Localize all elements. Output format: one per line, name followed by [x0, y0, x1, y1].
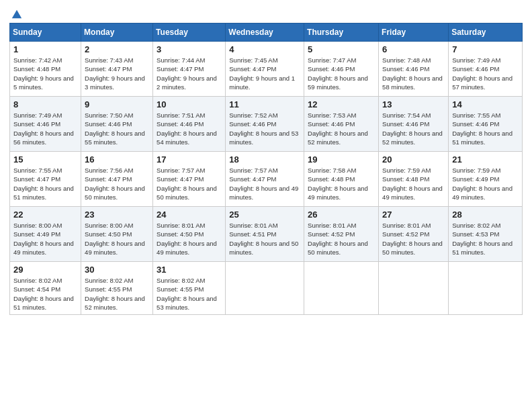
weekday-header-thursday: Thursday	[304, 24, 379, 42]
daylight-label: Daylight: 8 hours and 52 minutes.	[382, 130, 443, 146]
day-number: 2	[85, 44, 149, 54]
sunset-label: Sunset: 4:46 PM	[157, 120, 204, 128]
day-info: Sunrise: 7:59 AM Sunset: 4:49 PM Dayligh…	[452, 166, 519, 201]
sunrise-label: Sunrise: 7:58 AM	[308, 167, 356, 174]
header	[9, 8, 523, 17]
sunrise-label: Sunrise: 8:00 AM	[13, 222, 62, 229]
day-info: Sunrise: 8:02 AM Sunset: 4:55 PM Dayligh…	[85, 276, 149, 312]
daylight-label: Daylight: 8 hours and 52 minutes.	[85, 295, 145, 311]
daylight-label: Daylight: 8 hours and 50 minutes.	[85, 185, 145, 201]
day-info: Sunrise: 8:01 AM Sunset: 4:52 PM Dayligh…	[308, 221, 375, 257]
sunrise-label: Sunrise: 7:48 AM	[382, 56, 431, 64]
day-info: Sunrise: 7:53 AM Sunset: 4:46 PM Dayligh…	[308, 111, 375, 146]
calendar-cell: 1 Sunrise: 7:42 AM Sunset: 4:48 PM Dayli…	[10, 42, 81, 97]
day-info: Sunrise: 7:42 AM Sunset: 4:48 PM Dayligh…	[13, 56, 77, 91]
sunrise-label: Sunrise: 7:49 AM	[452, 56, 500, 64]
sunset-label: Sunset: 4:52 PM	[382, 230, 429, 238]
sunset-label: Sunset: 4:46 PM	[85, 120, 132, 128]
sunrise-label: Sunrise: 7:50 AM	[85, 111, 133, 119]
calendar-cell: 6 Sunrise: 7:48 AM Sunset: 4:46 PM Dayli…	[379, 42, 449, 97]
day-number: 17	[157, 154, 222, 165]
sunset-label: Sunset: 4:47 PM	[13, 175, 60, 183]
sunrise-label: Sunrise: 8:02 AM	[13, 277, 62, 284]
sunset-label: Sunset: 4:47 PM	[85, 175, 132, 183]
day-info: Sunrise: 7:45 AM Sunset: 4:47 PM Dayligh…	[229, 56, 300, 91]
calendar-cell	[226, 262, 304, 315]
calendar-week-row: 8 Sunrise: 7:49 AM Sunset: 4:46 PM Dayli…	[10, 97, 523, 152]
calendar-cell: 18 Sunrise: 7:57 AM Sunset: 4:47 PM Dayl…	[226, 152, 304, 207]
calendar-cell: 25 Sunrise: 8:01 AM Sunset: 4:51 PM Dayl…	[226, 207, 304, 262]
daylight-label: Daylight: 8 hours and 50 minutes.	[157, 185, 217, 201]
day-info: Sunrise: 8:01 AM Sunset: 4:51 PM Dayligh…	[229, 221, 300, 257]
calendar-cell	[449, 262, 523, 315]
sunset-label: Sunset: 4:48 PM	[13, 65, 60, 73]
sunset-label: Sunset: 4:46 PM	[452, 120, 499, 128]
calendar-cell: 27 Sunrise: 8:01 AM Sunset: 4:52 PM Dayl…	[379, 207, 449, 262]
calendar-cell: 19 Sunrise: 7:58 AM Sunset: 4:48 PM Dayl…	[304, 152, 379, 207]
sunrise-label: Sunrise: 7:56 AM	[85, 167, 133, 174]
day-info: Sunrise: 8:00 AM Sunset: 4:49 PM Dayligh…	[13, 221, 77, 257]
day-number: 14	[452, 99, 519, 109]
sunrise-label: Sunrise: 7:45 AM	[229, 56, 277, 64]
calendar-cell: 28 Sunrise: 8:02 AM Sunset: 4:53 PM Dayl…	[449, 207, 523, 262]
calendar-header-row: SundayMondayTuesdayWednesdayThursdayFrid…	[10, 24, 523, 42]
day-info: Sunrise: 8:01 AM Sunset: 4:50 PM Dayligh…	[157, 221, 222, 257]
sunrise-label: Sunrise: 7:57 AM	[229, 167, 277, 174]
calendar-body: 1 Sunrise: 7:42 AM Sunset: 4:48 PM Dayli…	[10, 42, 523, 315]
day-info: Sunrise: 7:52 AM Sunset: 4:46 PM Dayligh…	[229, 111, 300, 146]
sunrise-label: Sunrise: 7:52 AM	[229, 111, 277, 119]
calendar-cell: 4 Sunrise: 7:45 AM Sunset: 4:47 PM Dayli…	[226, 42, 304, 97]
day-info: Sunrise: 8:02 AM Sunset: 4:54 PM Dayligh…	[13, 276, 77, 312]
calendar-cell: 31 Sunrise: 8:02 AM Sunset: 4:55 PM Dayl…	[153, 262, 226, 315]
sunset-label: Sunset: 4:50 PM	[85, 230, 132, 238]
day-info: Sunrise: 7:51 AM Sunset: 4:46 PM Dayligh…	[157, 111, 222, 146]
sunset-label: Sunset: 4:53 PM	[452, 230, 499, 238]
daylight-label: Daylight: 8 hours and 49 minutes.	[13, 240, 74, 256]
day-number: 8	[13, 99, 77, 109]
sunrise-label: Sunrise: 7:53 AM	[308, 111, 356, 119]
sunset-label: Sunset: 4:48 PM	[382, 175, 429, 183]
day-number: 13	[382, 99, 445, 109]
sunset-label: Sunset: 4:54 PM	[13, 285, 60, 293]
sunrise-label: Sunrise: 7:59 AM	[452, 167, 500, 174]
day-info: Sunrise: 7:55 AM Sunset: 4:46 PM Dayligh…	[452, 111, 519, 146]
day-info: Sunrise: 7:44 AM Sunset: 4:47 PM Dayligh…	[157, 56, 222, 91]
day-info: Sunrise: 8:02 AM Sunset: 4:55 PM Dayligh…	[157, 276, 222, 312]
day-number: 20	[382, 154, 445, 165]
calendar-cell: 12 Sunrise: 7:53 AM Sunset: 4:46 PM Dayl…	[304, 97, 379, 152]
sunset-label: Sunset: 4:46 PM	[13, 120, 60, 128]
day-info: Sunrise: 7:54 AM Sunset: 4:46 PM Dayligh…	[382, 111, 445, 146]
sunset-label: Sunset: 4:47 PM	[229, 175, 276, 183]
day-number: 22	[13, 210, 77, 220]
weekday-header-saturday: Saturday	[449, 24, 523, 42]
svg-marker-0	[12, 10, 21, 19]
sunset-label: Sunset: 4:47 PM	[157, 175, 204, 183]
calendar-cell: 11 Sunrise: 7:52 AM Sunset: 4:46 PM Dayl…	[226, 97, 304, 152]
calendar-week-row: 15 Sunrise: 7:55 AM Sunset: 4:47 PM Dayl…	[10, 152, 523, 207]
sunrise-label: Sunrise: 7:54 AM	[382, 111, 431, 119]
sunset-label: Sunset: 4:47 PM	[157, 65, 204, 73]
day-info: Sunrise: 7:50 AM Sunset: 4:46 PM Dayligh…	[85, 111, 149, 146]
day-info: Sunrise: 8:02 AM Sunset: 4:53 PM Dayligh…	[452, 221, 519, 257]
calendar-cell: 3 Sunrise: 7:44 AM Sunset: 4:47 PM Dayli…	[153, 42, 226, 97]
daylight-label: Daylight: 9 hours and 5 minutes.	[13, 75, 74, 91]
day-info: Sunrise: 7:55 AM Sunset: 4:47 PM Dayligh…	[13, 166, 77, 201]
day-number: 16	[85, 154, 149, 165]
day-info: Sunrise: 7:58 AM Sunset: 4:48 PM Dayligh…	[308, 166, 375, 201]
sunset-label: Sunset: 4:47 PM	[85, 65, 132, 73]
daylight-label: Daylight: 8 hours and 53 minutes.	[157, 295, 217, 311]
day-number: 26	[308, 210, 375, 220]
sunset-label: Sunset: 4:47 PM	[229, 65, 276, 73]
sunrise-label: Sunrise: 8:01 AM	[308, 222, 356, 229]
day-number: 29	[13, 265, 77, 275]
calendar-cell: 8 Sunrise: 7:49 AM Sunset: 4:46 PM Dayli…	[10, 97, 81, 152]
day-number: 3	[157, 44, 222, 54]
weekday-header-tuesday: Tuesday	[153, 24, 226, 42]
sunrise-label: Sunrise: 7:55 AM	[13, 167, 62, 174]
sunset-label: Sunset: 4:48 PM	[308, 175, 355, 183]
calendar-cell: 17 Sunrise: 7:57 AM Sunset: 4:47 PM Dayl…	[153, 152, 226, 207]
sunrise-label: Sunrise: 7:55 AM	[452, 111, 500, 119]
daylight-label: Daylight: 9 hours and 2 minutes.	[157, 75, 217, 91]
daylight-label: Daylight: 8 hours and 54 minutes.	[157, 130, 217, 146]
sunset-label: Sunset: 4:52 PM	[308, 230, 355, 238]
